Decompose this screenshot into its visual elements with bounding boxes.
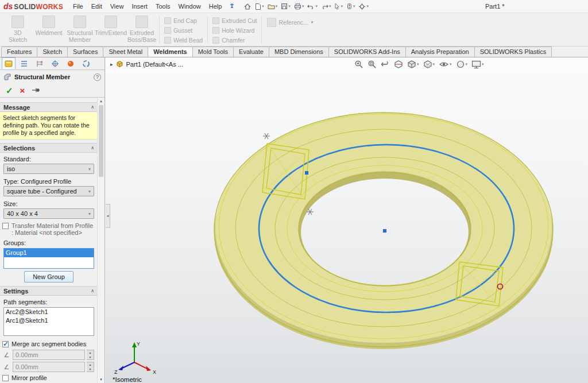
- merge-bodies-checkbox[interactable]: [2, 341, 9, 347]
- tab-sketch[interactable]: Sketch: [37, 47, 68, 57]
- zoom-to-area-icon[interactable]: [368, 60, 377, 69]
- menu-insert[interactable]: Insert: [127, 0, 152, 13]
- rotation-angle-input-2[interactable]: 0.00mm: [13, 362, 85, 372]
- tab-surfaces[interactable]: Surfaces: [67, 47, 103, 57]
- ok-button[interactable]: ✓: [6, 86, 13, 96]
- zoom-to-fit-icon[interactable]: [354, 60, 363, 69]
- tab-mbd-dimensions[interactable]: MBD Dimensions: [269, 47, 329, 57]
- tab-solidworks-add-ins[interactable]: SOLIDWORKS Add-Ins: [328, 47, 406, 57]
- tree-root-label[interactable]: Part1 (Default<As ...: [126, 61, 183, 68]
- menu-tools[interactable]: Tools: [152, 0, 175, 13]
- sketch-center-point[interactable]: [383, 229, 386, 233]
- save-icon[interactable]: ▾: [279, 1, 292, 12]
- spin-up-icon[interactable]: ▲: [87, 362, 94, 367]
- tab-configurationmanager[interactable]: [33, 57, 47, 69]
- rebuild-icon[interactable]: ▾: [345, 1, 357, 12]
- spin-up-icon[interactable]: ▲: [87, 350, 94, 355]
- ribbon-extruded-cut-button[interactable]: Extruded Cut: [210, 17, 260, 24]
- tab-solidworks-plastics[interactable]: SOLIDWORKS Plastics: [474, 47, 552, 57]
- menu-window[interactable]: Window: [175, 0, 205, 13]
- type-dropdown[interactable]: square tube - Configured ▾: [3, 186, 94, 196]
- tab-propertymanager[interactable]: [2, 57, 16, 69]
- ribbon-end-cap-button[interactable]: End Cap: [161, 17, 206, 24]
- mirror-profile-checkbox[interactable]: [2, 375, 9, 381]
- previous-view-icon[interactable]: [381, 60, 390, 69]
- rotation-angle-input-1[interactable]: 0.00mm: [13, 350, 85, 360]
- print-icon[interactable]: ▾: [292, 1, 306, 12]
- tab-solidworks-resources[interactable]: [79, 57, 93, 69]
- ribbon-hole-wizard-button[interactable]: Hole Wizard: [210, 26, 260, 34]
- path-segments-listbox[interactable]: Arc2@Sketch1 Arc1@Sketch1: [3, 307, 94, 336]
- edit-appearance-icon[interactable]: ▾: [456, 60, 468, 69]
- cancel-button[interactable]: ×: [20, 86, 25, 95]
- spinner-buttons[interactable]: ▲▼: [87, 350, 94, 360]
- view-settings-icon[interactable]: ▾: [471, 60, 484, 69]
- tab-featuremanager[interactable]: [17, 57, 31, 69]
- chevron-down-icon: ▾: [353, 4, 355, 9]
- help-icon[interactable]: ?: [94, 73, 101, 81]
- panel-scrollbar[interactable]: ▲ ▼: [97, 98, 105, 383]
- section-view-icon[interactable]: [394, 60, 403, 69]
- message-section-header[interactable]: Message ∧: [0, 102, 98, 112]
- sketch-point-upper[interactable]: [305, 171, 308, 175]
- ribbon-weld-bead-button[interactable]: Weld Bead: [161, 36, 206, 44]
- tab-weldments[interactable]: Weldments: [148, 47, 192, 57]
- display-style-icon[interactable]: ▾: [423, 60, 435, 69]
- list-item-arc1[interactable]: Arc1@Sketch1: [4, 316, 94, 325]
- ribbon-reference-geometry-button[interactable]: Referenc... ▾: [264, 13, 316, 27]
- ribbon-extruded-boss-button[interactable]: Extruded Boss/Base: [126, 13, 157, 46]
- selections-section-header[interactable]: Selections ∧: [0, 143, 98, 153]
- transfer-material-checkbox[interactable]: [2, 223, 9, 229]
- new-group-button[interactable]: New Group: [24, 271, 74, 283]
- menu-file[interactable]: File: [69, 0, 87, 13]
- select-icon[interactable]: ▾: [332, 1, 345, 12]
- options-gear-icon[interactable]: ▾: [357, 1, 370, 12]
- groups-listbox[interactable]: Group1: [3, 248, 94, 269]
- pin-menu-icon[interactable]: [229, 3, 235, 10]
- spin-down-icon[interactable]: ▼: [87, 367, 94, 372]
- new-document-icon[interactable]: ▾: [253, 1, 266, 12]
- scroll-up-icon[interactable]: ▲: [98, 98, 105, 105]
- reference-triad[interactable]: X Y Z: [114, 341, 160, 376]
- undo-icon[interactable]: ▾: [305, 1, 319, 12]
- ribbon-structural-member-button[interactable]: Structural Member: [64, 13, 95, 46]
- viewport-feature-tree[interactable]: ▸ Part1 (Default<As ...: [110, 60, 183, 68]
- section-title: Message: [3, 104, 30, 111]
- standard-dropdown[interactable]: iso ▾: [3, 164, 94, 174]
- view-orientation-icon[interactable]: ▾: [407, 60, 419, 69]
- tab-analysis-preparation[interactable]: Analysis Preparation: [405, 47, 475, 57]
- redo-icon[interactable]: ▾: [319, 1, 333, 12]
- list-item-group1[interactable]: Group1: [4, 249, 94, 257]
- keep-visible-pin-icon[interactable]: [32, 87, 40, 95]
- menu-edit[interactable]: Edit: [87, 0, 106, 13]
- scroll-down-icon[interactable]: ▼: [98, 376, 105, 383]
- scrollbar-thumb[interactable]: [99, 105, 103, 177]
- panel-collapse-handle[interactable]: ◂: [106, 204, 110, 228]
- home-icon[interactable]: [242, 1, 253, 12]
- ribbon-chamfer-button[interactable]: Chamfer: [210, 36, 260, 44]
- expand-arrow-icon[interactable]: ▸: [110, 61, 113, 67]
- graphics-viewport[interactable]: ▸ Part1 (Default<As ... ▾ ▾ ▾ ▾ ▾ ◂: [106, 57, 588, 383]
- open-icon[interactable]: ▾: [266, 1, 280, 12]
- tab-features[interactable]: Features: [1, 47, 37, 57]
- hide-show-items-icon[interactable]: ▾: [439, 60, 452, 68]
- ribbon-weldment-button[interactable]: Weldment: [33, 13, 64, 46]
- menu-view[interactable]: View: [106, 0, 128, 13]
- model-scene[interactable]: [106, 57, 588, 383]
- tab-mold-tools[interactable]: Mold Tools: [192, 47, 234, 57]
- tab-evaluate[interactable]: Evaluate: [233, 47, 269, 57]
- 3d-sketch-icon: [11, 16, 24, 28]
- ribbon-trim-extend-button[interactable]: Trim/Extend: [95, 13, 126, 46]
- ribbon-3d-sketch-button[interactable]: 3D Sketch: [2, 13, 33, 46]
- ribbon-gusset-button[interactable]: Gusset: [161, 26, 206, 34]
- tab-displaymanager[interactable]: [64, 57, 78, 69]
- size-dropdown[interactable]: 40 x 40 x 4 ▾: [3, 208, 94, 219]
- list-item-arc2[interactable]: Arc2@Sketch1: [4, 308, 94, 316]
- tab-sheet-metal[interactable]: Sheet Metal: [103, 47, 148, 57]
- spinner-buttons[interactable]: ▲▼: [87, 362, 94, 372]
- tab-dimxpertmanager[interactable]: [48, 57, 62, 69]
- spin-down-icon[interactable]: ▼: [87, 355, 94, 359]
- settings-section-header[interactable]: Settings ∧: [0, 286, 98, 296]
- 3ds-logo-mark: ds: [3, 2, 13, 11]
- menu-help[interactable]: Help: [205, 0, 226, 13]
